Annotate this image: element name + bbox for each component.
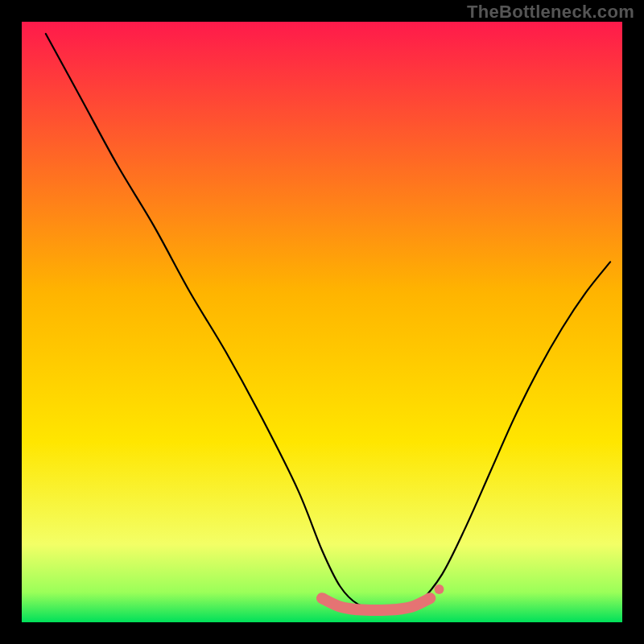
watermark-text: TheBottleneck.com [467, 2, 634, 23]
bottleneck-chart [0, 0, 644, 644]
chart-plot-area [22, 22, 622, 622]
minimum-marker-dot [434, 584, 444, 594]
chart-container: TheBottleneck.com [0, 0, 644, 644]
